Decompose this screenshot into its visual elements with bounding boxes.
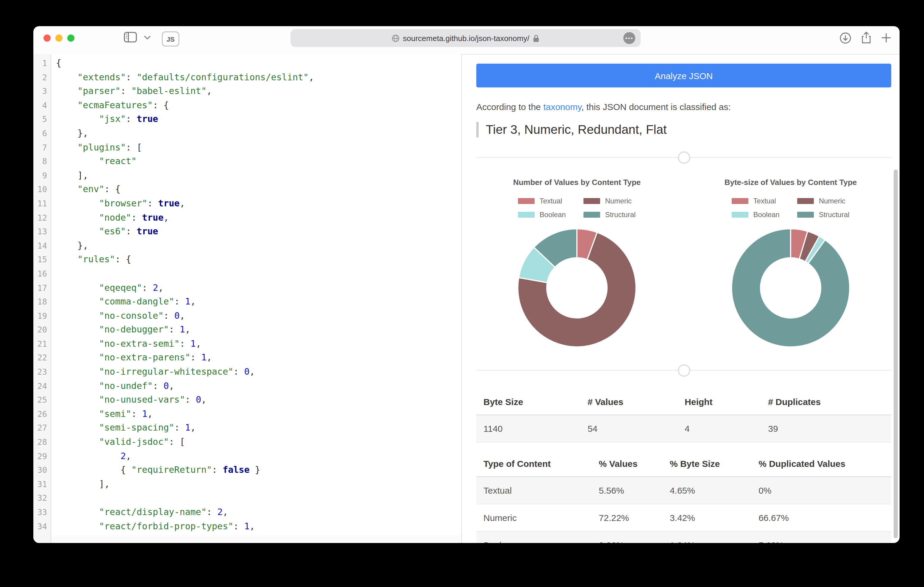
zoom-window-button[interactable] (67, 35, 74, 42)
code-line: 11 "browser": true, (33, 197, 461, 211)
bytesize-donut-chart: Byte-size of Values by Content Type Text… (692, 178, 889, 350)
code-line: 7 "plugins": [ (33, 141, 461, 155)
code-line: 3 "parser": "babel-eslint", (33, 84, 461, 99)
code-line: 8 "react" (33, 155, 461, 169)
legend-swatch (732, 198, 749, 204)
legend-item[interactable]: Boolean (518, 210, 566, 219)
taxonomy-link[interactable]: taxonomy (543, 102, 581, 112)
table-cell: 66.67% (751, 504, 891, 531)
code-line: 14 }, (33, 239, 461, 253)
column-header: % Duplicated Values (751, 451, 891, 477)
page-options-button[interactable]: ●●● (623, 32, 635, 44)
divider-handle[interactable] (678, 151, 690, 164)
downloads-button[interactable] (840, 32, 851, 44)
table-cell: 4.65% (663, 477, 751, 504)
code-line: 33 "react/display-name": 2, (33, 505, 461, 520)
chevron-down-icon[interactable] (144, 36, 151, 40)
legend-item[interactable]: Structural (584, 210, 636, 219)
table-cell: 7.69% (751, 531, 891, 543)
analysis-panel: Analyze JSON According to the taxonomy, … (462, 54, 899, 543)
close-window-button[interactable] (43, 35, 51, 42)
values-donut-chart: Number of Values by Content Type Textual… (478, 178, 675, 350)
traffic-lights (43, 35, 74, 42)
code-line: 2 "extends": "defaults/configurations/es… (33, 71, 461, 84)
table-cell: 5.56% (592, 477, 663, 504)
chart-title: Number of Values by Content Type (513, 178, 641, 187)
code-line: 18 "comma-dangle": 1, (33, 295, 461, 309)
table-cell: 0% (751, 477, 891, 504)
code-line: 13 "es6": true (33, 225, 461, 239)
summary-table: Byte Size# ValuesHeight# Duplicates 1140… (476, 389, 891, 442)
donut-slice-structural (731, 229, 850, 347)
code-line: 10 "env": { (33, 183, 461, 197)
legend-item[interactable]: Numeric (584, 197, 636, 205)
code-line: 28 "valid-jsdoc": [ (33, 435, 461, 449)
legend-item[interactable]: Textual (518, 197, 566, 205)
table-cell: 4 (678, 415, 761, 442)
new-tab-button[interactable] (881, 33, 891, 43)
code-line: 32 (33, 492, 461, 505)
legend-item[interactable]: Textual (732, 197, 780, 205)
donut-chart (515, 225, 639, 350)
code-line: 31 ], (33, 478, 461, 492)
legend-swatch (584, 212, 601, 218)
json-code-editor[interactable]: 1{2 "extends": "defaults/configurations/… (33, 54, 461, 543)
panel-scrollbar-thumb[interactable] (894, 169, 898, 538)
table-cell: 9.26% (592, 531, 663, 543)
code-line: 4 "ecmaFeatures": { (33, 99, 461, 113)
js-extension-badge[interactable]: JS (162, 31, 179, 46)
screenshot-stage: JS sourcemeta.github.io/json-taxonomy/ ●… (0, 0, 924, 587)
code-line: 5 "jsx": true (33, 113, 461, 127)
code-line: 24 "no-undef": 0, (33, 379, 461, 393)
code-line: 16 (33, 267, 461, 281)
content-table-header: Type of Content% Values% Byte Size% Dupl… (476, 451, 891, 477)
column-header: Height (678, 389, 761, 415)
legend-item[interactable]: Boolean (732, 210, 780, 219)
lock-icon (533, 34, 540, 42)
legend-item[interactable]: Numeric (797, 197, 850, 205)
analyze-json-button[interactable]: Analyze JSON (476, 64, 891, 87)
column-header: % Byte Size (663, 451, 751, 477)
editor-horizontal-scrollbar[interactable] (51, 535, 461, 543)
classification-heading: Tier 3, Numeric, Redundant, Flat (476, 122, 899, 137)
globe-icon (392, 34, 399, 42)
url-text: sourcemeta.github.io/json-taxonomy/ (403, 34, 530, 43)
legend-swatch (584, 198, 601, 204)
table-cell: Boolean (476, 531, 592, 543)
code-line: 1{ (33, 56, 461, 71)
legend-swatch (518, 212, 535, 218)
code-line: 30 { "requireReturn": false } (33, 463, 461, 477)
table-cell: 72.22% (592, 504, 663, 531)
code-line: 25 "no-unused-vars": 0, (33, 393, 461, 408)
url-field[interactable]: sourcemeta.github.io/json-taxonomy/ ●●● (290, 29, 640, 47)
code-line: 21 "no-extra-semi": 1, (33, 337, 461, 351)
code-line: 20 "no-debugger": 1, (33, 323, 461, 337)
table-cell: 39 (761, 415, 891, 442)
code-line: 12 "node": true, (33, 211, 461, 225)
code-line: 23 "no-irregular-whitespace": 0, (33, 365, 461, 379)
table-cell: 1140 (476, 415, 581, 442)
code-line: 15 "rules": { (33, 253, 461, 267)
divider-handle[interactable] (678, 364, 690, 377)
classification-intro: According to the taxonomy, this JSON doc… (476, 102, 891, 112)
code-line: 26 "semi": 1, (33, 408, 461, 421)
content-table: Type of Content% Values% Byte Size% Dupl… (476, 451, 891, 543)
table-cell: 1.84% (663, 531, 751, 543)
minimize-window-button[interactable] (55, 35, 63, 42)
column-header: Byte Size (476, 389, 581, 415)
safari-window: JS sourcemeta.github.io/json-taxonomy/ ●… (33, 26, 899, 543)
table-row: Numeric72.22%3.42%66.67% (476, 504, 891, 531)
legend-swatch (797, 212, 814, 218)
table-row: Boolean9.26%1.84%7.69% (476, 531, 891, 543)
table-cell: Numeric (476, 504, 592, 531)
code-line: 6 }, (33, 127, 461, 141)
sidebar-toggle-icon[interactable] (124, 31, 137, 43)
column-header: % Values (592, 451, 663, 477)
legend-item[interactable]: Structural (797, 210, 850, 219)
code-lines: 1{2 "extends": "defaults/configurations/… (33, 56, 461, 533)
legend-swatch (518, 198, 535, 204)
share-button[interactable] (861, 31, 871, 44)
table-cell: Textual (476, 477, 592, 504)
column-header: # Values (581, 389, 678, 415)
table-row: Textual5.56%4.65%0% (476, 477, 891, 504)
